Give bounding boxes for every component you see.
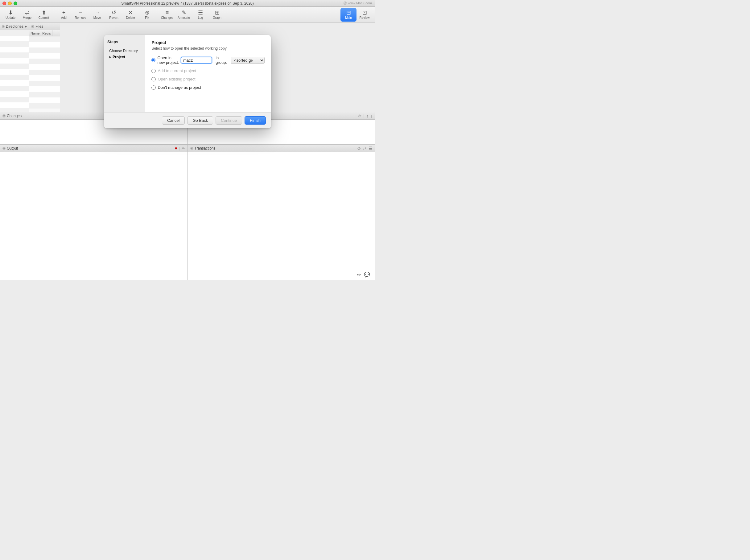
dialog-subtitle: Select how to open the selected working … [151,46,265,51]
merge-label: Merge [23,16,32,19]
commit-button[interactable]: ⬆ Commit [36,8,52,22]
toolbar-right: ⊟ Main ⊡ Review [341,8,372,22]
output-panel: × Output ■ | ✏ [0,145,188,280]
revert-icon: ↺ [112,10,116,15]
revert-label: Revert [109,16,118,19]
toolbar-sep-2 [157,10,157,20]
option-dont-manage-label: Don't manage as project [158,85,201,90]
stop-icon[interactable]: ■ [175,146,177,151]
option-open-existing-radio[interactable] [151,77,156,81]
cancel-button[interactable]: Cancel [162,116,185,125]
step-choose-directory[interactable]: Choose Directory [107,48,142,54]
dialog-content: Project Select how to open the selected … [145,35,271,112]
move-label: Move [94,16,101,19]
comment-icon[interactable]: 💬 [364,272,370,278]
option-dont-manage-radio[interactable] [151,85,156,90]
step-project-chevron: ▶ [109,56,111,59]
merge-button[interactable]: ⇌ Merge [19,8,35,22]
changes-title: Changes [7,114,22,118]
project-name-input[interactable] [181,57,212,63]
go-back-button[interactable]: Go Back [187,116,213,125]
log-icon: ☰ [198,10,203,15]
changes-label: Changes [161,16,173,19]
transactions-close-button[interactable]: × [190,147,194,150]
changes-header-icons: ⟳ | ↑ ↓ [358,114,372,118]
finish-button[interactable]: Finish [245,116,266,125]
step-project[interactable]: ▶ Project [107,54,142,60]
trans-refresh-icon[interactable]: ⟳ [358,146,361,151]
left-right-arrows-icon[interactable]: ⇔ [357,272,361,278]
move-button[interactable]: → Move [89,8,105,22]
toolbar-sep-1 [54,10,54,20]
add-button[interactable]: + Add [56,8,72,22]
option-add-current-row: Add to current project [151,68,265,73]
titlebar: SmartSVN Professional 12 preview 7 (1337… [0,0,375,7]
output-close-button[interactable]: × [2,147,5,150]
option-open-existing-label: Open existing project [158,77,195,81]
review-label: Review [360,16,370,19]
annotate-label: Annotate [178,16,190,19]
log-button[interactable]: ☰ Log [192,8,208,22]
revert-button[interactable]: ↺ Revert [106,8,122,22]
edit-icon[interactable]: ✏ [182,146,185,151]
fix-label: Fix [145,16,149,19]
remove-label: Remove [75,16,86,19]
toolbar-main-group: ⬇ Update ⇌ Merge ⬆ Commit + Add − Remove… [2,8,225,22]
maximize-window-button[interactable] [14,2,17,5]
transactions-header: × Transactions ⟳ ⇄ ☰ [188,145,375,152]
transactions-header-icons: ⟳ ⇄ ☰ [358,146,372,151]
group-select[interactable]: <sorted group> [231,57,265,64]
output-header: × Output ■ | ✏ [0,145,187,152]
close-window-button[interactable] [2,2,6,5]
move-icon: → [94,10,100,15]
option-open-new-row: Open in new project: in group: <sorted g… [151,56,265,65]
commit-icon: ⬆ [42,10,46,15]
annotate-icon: ✎ [182,10,186,15]
option-open-existing-row: Open existing project [151,77,265,81]
transactions-title: Transactions [195,146,216,151]
delete-button[interactable]: ✕ Delete [122,8,139,22]
top-area: × Directories ▶ [0,23,375,112]
toolbar: ⬇ Update ⇌ Merge ⬆ Commit + Add − Remove… [0,7,375,23]
main-button[interactable]: ⊟ Main [341,8,357,22]
watermark: ⓪ www.MacZ.com [344,1,372,5]
bottom-navigation-icons: ⇔ 💬 [357,272,370,278]
refresh-icon[interactable]: ⟳ [358,114,361,118]
arrow-down-icon[interactable]: ↓ [370,114,372,118]
changes-close-button[interactable]: × [2,114,5,118]
dialog-footer: Cancel Go Back Continue Finish [104,112,271,128]
changes-icon: ≡ [166,10,169,15]
step-project-label: Project [113,55,125,59]
option-add-current-radio[interactable] [151,69,156,73]
transactions-panel: × Transactions ⟳ ⇄ ☰ [188,145,375,280]
arrow-up-icon[interactable]: ↑ [366,114,368,118]
delete-label: Delete [126,16,135,19]
window-title: SmartSVN Professional 12 preview 7 (1337… [121,1,254,5]
update-label: Update [5,16,15,19]
project-dialog: Steps Choose Directory ▶ Project Project… [104,35,271,128]
update-icon: ⬇ [8,10,13,15]
dialog-inner: Steps Choose Directory ▶ Project Project… [104,35,271,112]
window-controls [2,2,17,5]
steps-title: Steps [107,39,142,44]
dialog-title: Project [151,40,265,45]
separator: | [363,114,365,118]
minimize-window-button[interactable] [8,2,12,5]
fix-button[interactable]: ⊕ Fix [139,8,155,22]
trans-menu-icon[interactable]: ☰ [368,146,372,151]
update-button[interactable]: ⬇ Update [2,8,19,22]
add-label: Add [61,16,67,19]
in-group-label: in group: [216,56,227,65]
trans-sync-icon[interactable]: ⇄ [363,146,367,151]
graph-button[interactable]: ⊞ Graph [209,8,225,22]
remove-icon: − [79,10,82,15]
option-open-new-radio[interactable] [151,58,156,62]
continue-button[interactable]: Continue [216,116,242,125]
remove-button[interactable]: − Remove [73,8,88,22]
review-button[interactable]: ⊡ Review [357,8,372,22]
delete-icon: ✕ [128,10,133,15]
main-content: × Directories ▶ [0,23,375,280]
changes-button[interactable]: ≡ Changes [159,8,175,22]
option-dont-manage-row: Don't manage as project [151,85,265,90]
annotate-button[interactable]: ✎ Annotate [176,8,192,22]
